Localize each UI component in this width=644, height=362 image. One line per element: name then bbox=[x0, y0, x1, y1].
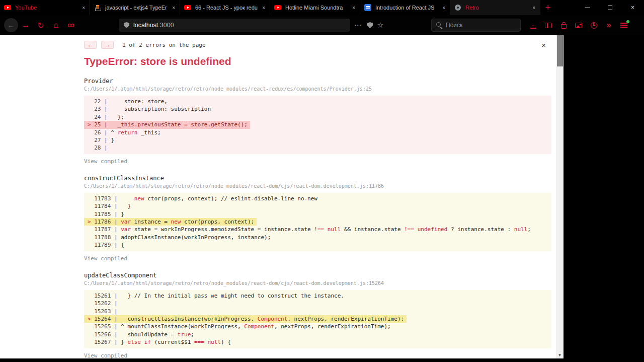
toolbar-overflow-button[interactable]: » bbox=[601, 18, 616, 33]
tab-label: YouTube bbox=[15, 5, 77, 11]
minimize-button[interactable] bbox=[576, 0, 599, 15]
code-line: 15265 | ^ mountClassInstance(workInProgr… bbox=[84, 323, 551, 330]
url-port: :3000 bbox=[158, 22, 174, 29]
history-button[interactable] bbox=[586, 18, 601, 33]
menu-button[interactable] bbox=[616, 18, 631, 33]
code-line: > 11786 | var instance = new ctor(props,… bbox=[84, 218, 257, 226]
tab-youtube[interactable]: YouTube× bbox=[0, 0, 90, 15]
code-line: 11788 | adoptClassInstance(workInProgres… bbox=[84, 234, 551, 241]
tab-introduction-of-re[interactable]: Introduction of React JS× bbox=[360, 0, 450, 15]
code-line: 26 | ^ return _this; bbox=[84, 129, 551, 136]
tab-close-icon[interactable]: × bbox=[531, 5, 536, 11]
bookmark-star-button[interactable]: ☆ bbox=[373, 18, 388, 33]
download-icon bbox=[530, 22, 536, 29]
back-button[interactable]: ← bbox=[4, 18, 18, 32]
scrollbar-thumb[interactable] bbox=[557, 35, 563, 66]
site-info-shield-icon[interactable] bbox=[124, 22, 129, 28]
maximize-button[interactable] bbox=[599, 0, 621, 15]
reload-button[interactable]: ↻ bbox=[33, 18, 48, 33]
code-line: 15261 | } // In the initial pass we migh… bbox=[84, 292, 551, 300]
window-controls: × bbox=[576, 0, 644, 15]
tab-label: Hotline Miami Soundtra bbox=[285, 5, 348, 11]
code-line: 28 | bbox=[84, 144, 551, 152]
tab-label: Introduction of React JS bbox=[375, 5, 438, 11]
code-snippet: 15261 | } // In the initial pass we migh… bbox=[84, 290, 551, 348]
view-compiled-link[interactable]: View compiled bbox=[84, 352, 551, 358]
code-line: > 15264 | constructClassInstance(workInP… bbox=[84, 315, 407, 323]
view-compiled-link[interactable]: View compiled bbox=[84, 158, 551, 165]
tab-label: 66 - React JS - урок redu bbox=[195, 5, 258, 11]
code-line: 24 | }; bbox=[84, 113, 551, 121]
code-line: 11784 | } bbox=[84, 202, 551, 210]
clock-icon bbox=[591, 22, 597, 29]
gear-icon bbox=[454, 4, 462, 12]
overlay-close-button[interactable]: × bbox=[541, 41, 546, 49]
extensions-button[interactable] bbox=[556, 18, 571, 33]
home-button[interactable]: ⌂ bbox=[48, 18, 63, 33]
toolbar-right-icons: » bbox=[526, 18, 631, 33]
tab-close-icon[interactable]: × bbox=[441, 5, 446, 11]
code-line: 27 | } bbox=[84, 136, 551, 144]
stackoverflow-icon bbox=[94, 4, 102, 12]
frame-source-path: C:/Users/1/.atom/html/storage/retro/retr… bbox=[84, 86, 551, 92]
forward-button[interactable]: → bbox=[18, 18, 33, 33]
code-line: 22 | store: store, bbox=[84, 98, 551, 105]
url-text: localhost:3000 bbox=[133, 22, 174, 29]
code-line: 11789 | { bbox=[84, 241, 551, 249]
stack-frames: ProviderC:/Users/1/.atom/html/storage/re… bbox=[84, 78, 556, 358]
code-snippet: 11783 | new ctor(props, context); // esl… bbox=[84, 193, 551, 251]
tab-66-react-js-redu[interactable]: 66 - React JS - урок redu× bbox=[180, 0, 270, 15]
tracking-protection-shield-icon[interactable] bbox=[367, 22, 373, 28]
frame-source-path: C:/Users/1/.atom/html/storage/retro/retr… bbox=[84, 183, 551, 189]
frame-source-path: C:/Users/1/.atom/html/storage/retro/retr… bbox=[84, 280, 551, 286]
code-snippet: 22 | store: store, 23 | subscription: su… bbox=[84, 96, 551, 154]
error-pager: ← → 1 of 2 errors on the page bbox=[84, 41, 556, 49]
scrollbar-down-arrow-icon[interactable]: ▼ bbox=[556, 353, 564, 357]
tab-close-icon[interactable]: × bbox=[261, 5, 266, 11]
youtube-icon bbox=[184, 4, 192, 12]
frame-function-name: updateClassComponent bbox=[84, 272, 551, 279]
code-line: 15267 | } else if (current$$1 === null) … bbox=[84, 338, 551, 346]
code-line: > 25 | _this.previousState = store.getSt… bbox=[84, 121, 250, 128]
browser-window: YouTube×javascript - extjs4 TypeEr×66 - … bbox=[0, 0, 644, 362]
downloads-button[interactable] bbox=[526, 18, 541, 33]
error-count-status: 1 of 2 errors on the page bbox=[122, 42, 206, 48]
tab-close-icon[interactable]: × bbox=[351, 5, 356, 11]
tab-hotline-miami-soun[interactable]: Hotline Miami Soundtra× bbox=[270, 0, 360, 15]
scrollbar[interactable]: ▼ bbox=[556, 35, 564, 358]
sidebar-button[interactable] bbox=[541, 18, 556, 33]
page-actions-button[interactable]: ⋯ bbox=[350, 18, 365, 33]
prev-error-button[interactable]: ← bbox=[84, 41, 97, 49]
new-tab-button[interactable]: + bbox=[540, 0, 555, 15]
infinity-extension-button[interactable]: ∞ bbox=[63, 18, 78, 33]
screenshots-button[interactable] bbox=[571, 18, 586, 33]
minimize-icon bbox=[585, 8, 590, 8]
code-line: 11787 | var state = workInProgress.memoi… bbox=[84, 226, 551, 233]
url-bar[interactable]: localhost:3000 bbox=[119, 19, 350, 32]
search-input[interactable]: Поиск bbox=[431, 19, 521, 32]
sidebar-panel-icon bbox=[545, 23, 552, 28]
url-host: localhost bbox=[133, 22, 158, 29]
code-line: 11785 | } bbox=[84, 210, 551, 218]
search-placeholder: Поиск bbox=[446, 22, 462, 29]
tab-javascript-extjs4-[interactable]: javascript - extjs4 TypeEr× bbox=[90, 0, 180, 15]
next-error-button[interactable]: → bbox=[101, 41, 114, 49]
tab-bar: YouTube×javascript - extjs4 TypeEr×66 - … bbox=[0, 0, 644, 15]
tabbar-spacer bbox=[555, 0, 576, 15]
tab-retro[interactable]: Retro× bbox=[450, 0, 540, 15]
view-compiled-link[interactable]: View compiled bbox=[84, 255, 551, 262]
navigation-toolbar: ← → ↻ ⌂ ∞ localhost:3000 ⋯ ☆ Поиск » bbox=[0, 15, 644, 35]
tab-close-icon[interactable]: × bbox=[171, 5, 176, 11]
tab-close-icon[interactable]: × bbox=[81, 5, 86, 11]
youtube-icon bbox=[4, 4, 12, 12]
page-viewport: × ← → 1 of 2 errors on the page TypeErro… bbox=[0, 35, 556, 358]
stack-frame-constructclassinstance: constructClassInstanceC:/Users/1/.atom/h… bbox=[84, 175, 551, 262]
close-window-button[interactable]: × bbox=[621, 0, 644, 15]
image-icon bbox=[575, 23, 582, 28]
error-overlay: ← → 1 of 2 errors on the page TypeError:… bbox=[0, 35, 556, 358]
code-line: 15262 | bbox=[84, 300, 551, 307]
stack-frame-updateclasscomponent: updateClassComponentC:/Users/1/.atom/htm… bbox=[84, 272, 551, 358]
stack-frame-provider: ProviderC:/Users/1/.atom/html/storage/re… bbox=[84, 78, 551, 165]
code-line: 15266 | shouldUpdate = true; bbox=[84, 331, 551, 338]
tab-strip: YouTube×javascript - extjs4 TypeEr×66 - … bbox=[0, 0, 540, 15]
